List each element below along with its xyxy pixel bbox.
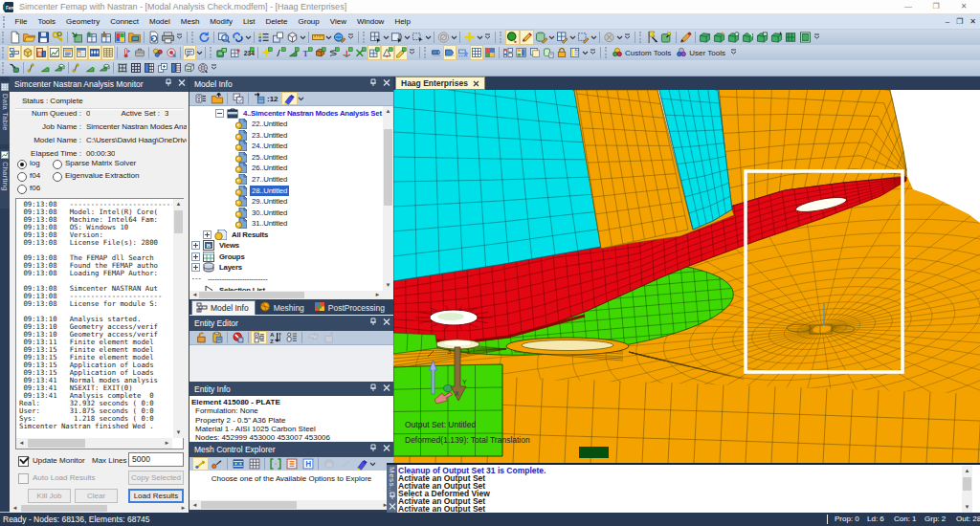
mesh-sphere-icon[interactable] [196,60,210,76]
graphics-viewport[interactable]: Haag EnterprisesOutput Set: UntitledDefo… [393,77,980,513]
tree-item[interactable]: 31..Untitled [235,218,289,230]
mesh-edit-9-icon[interactable] [129,60,143,76]
dropdown-arrow-icon[interactable] [369,457,376,471]
node-count-icon[interactable]: 234 [242,45,256,60]
mc-highlight-icon[interactable] [353,457,369,471]
log-output-box[interactable]: 09:13:08 -------------------------- 09:1… [15,198,184,449]
toolbar-overflow-icon[interactable] [813,31,822,44]
draw-mesh-icon[interactable] [555,30,569,45]
kill-job-button[interactable]: Kill Job [28,489,71,503]
tree-item[interactable]: 24..Untitled [235,141,289,152]
beam-straight-icon[interactable] [430,45,443,60]
update-tree-icon[interactable] [251,92,267,105]
tree-item-label[interactable]: 4..Simcenter Nastran Modes Analysis Set [241,108,383,119]
entity-info-pin-icon[interactable] [369,384,377,392]
tree-item[interactable]: All Results [203,230,270,241]
toolbar-overflow-icon[interactable] [729,46,739,59]
select-draw-icon[interactable] [520,30,534,45]
tree-item[interactable]: Layers [191,262,244,274]
mesh-control-close-icon[interactable] [383,444,390,452]
view-style-icon[interactable] [368,30,383,45]
custom-tools-icon[interactable] [611,45,624,60]
custom-tools-button[interactable]: Custom Tools [624,49,675,57]
sidebar-tab-charting[interactable]: Charting [0,149,10,208]
page-setup-icon[interactable] [146,30,161,45]
radio-f06-label[interactable]: f06 [30,184,40,192]
geometry-boundary-icon[interactable] [712,30,726,45]
dropdown-arrow-icon[interactable] [383,31,390,44]
dropdown-arrow-icon[interactable] [298,92,304,105]
tree-item[interactable]: 22..Untitled [235,119,289,130]
messages-pin-icon[interactable] [389,492,396,502]
monitor-pin-icon[interactable] [165,78,172,87]
mesh-stack-icon[interactable] [169,60,183,76]
radio-eigen-label[interactable]: Eigenvalue Extraction [65,171,139,180]
material-balls-icon[interactable] [151,45,165,60]
mesh-control-title[interactable]: Mesh Control Explorer [189,442,393,457]
tree-item[interactable]: 23..Untitled [235,130,289,142]
viewport-tab-close-icon[interactable] [473,80,479,87]
toolbar-overflow-icon[interactable] [589,46,598,59]
panel-entity-editor-icon[interactable] [61,45,75,60]
clear-queue-button[interactable]: Clear Queue [75,489,118,503]
dropdown-arrow-icon[interactable] [590,31,597,44]
tree-item[interactable]: 26..Untitled [235,163,289,174]
radio-f04-label[interactable]: f04 [30,171,40,180]
tree-item-label[interactable]: 28..Untitled [250,186,289,196]
rebuild-icon[interactable] [197,30,212,45]
mesh-curve-icon[interactable] [71,60,84,76]
beam-taper-icon[interactable] [443,45,457,60]
menu-file[interactable]: File [10,16,33,27]
create-curve-icon[interactable] [274,45,287,60]
target-entity-icon[interactable] [165,45,178,60]
ee-reject-icon[interactable] [230,331,246,344]
panel-charting-icon[interactable] [48,45,61,60]
toolbar-overflow-icon[interactable] [483,31,493,44]
draw-box-icon[interactable] [576,30,590,45]
menu-window[interactable]: Window [351,16,389,27]
menu-group[interactable]: Group [293,16,324,27]
delete-mesh-icon[interactable] [354,45,368,60]
viewport-tab[interactable]: Haag Enterprises [395,77,485,90]
create-entity-icon[interactable] [462,30,477,45]
tree-item-label[interactable]: 24..Untitled [250,141,289,151]
mesh-surface-icon[interactable] [368,45,381,60]
tree-expander-icon[interactable] [203,230,212,239]
tree-item-label[interactable]: 27..Untitled [250,174,289,185]
tree-item-label[interactable]: 23..Untitled [250,130,289,141]
tree-item-label[interactable]: 31..Untitled [250,218,289,229]
print-icon[interactable] [161,30,175,45]
geometry-solid-icon[interactable] [726,30,741,45]
tree-item[interactable]: 27..Untitled [235,174,289,186]
view-rotate-icon[interactable] [390,30,404,45]
window-minimize-button[interactable]: — [901,0,916,13]
tree-horizontal-scrollbar[interactable]: ◄► [189,291,383,299]
tree-expander-icon[interactable] [191,241,200,250]
mdi-window-buttons[interactable]: –❐✕ [946,16,976,28]
dropdown-arrow-icon[interactable] [325,31,332,44]
contour-bar-icon[interactable] [501,45,515,60]
mesh-control-attach-icon[interactable] [8,60,21,76]
entity-info-title[interactable]: Entity Info [189,382,393,397]
window-close-button[interactable]: ✕ [956,0,971,13]
log-horizontal-scrollbar[interactable]: ◄► [16,438,172,449]
tree-vertical-scrollbar[interactable]: ▲▼ [383,106,393,291]
tree-item[interactable]: 25..Untitled [235,152,289,164]
menu-mesh[interactable]: Mesh [175,16,205,27]
import-model-icon[interactable] [84,30,99,45]
menu-help[interactable]: Help [390,16,415,27]
tree-expander-icon[interactable] [191,263,200,272]
sidebar-tab-label[interactable]: Charting [1,162,10,191]
zoom-model-icon[interactable] [216,30,231,45]
draw-erase-icon[interactable] [679,30,693,45]
create-spring-icon[interactable] [327,45,341,60]
max-lines-input[interactable]: 5000 [128,452,184,467]
windows-layout-icon[interactable] [271,30,285,45]
tree-item[interactable]: 29..Untitled [235,196,289,208]
mc-off1-icon[interactable] [321,457,337,471]
mc-pick-icon[interactable] [209,457,225,471]
save-model-icon[interactable] [36,30,51,45]
mesh-control-pin-icon[interactable] [369,444,377,452]
update-monitor-label[interactable]: Update Monitor [33,456,85,465]
create-text-icon[interactable]: T [301,45,314,60]
